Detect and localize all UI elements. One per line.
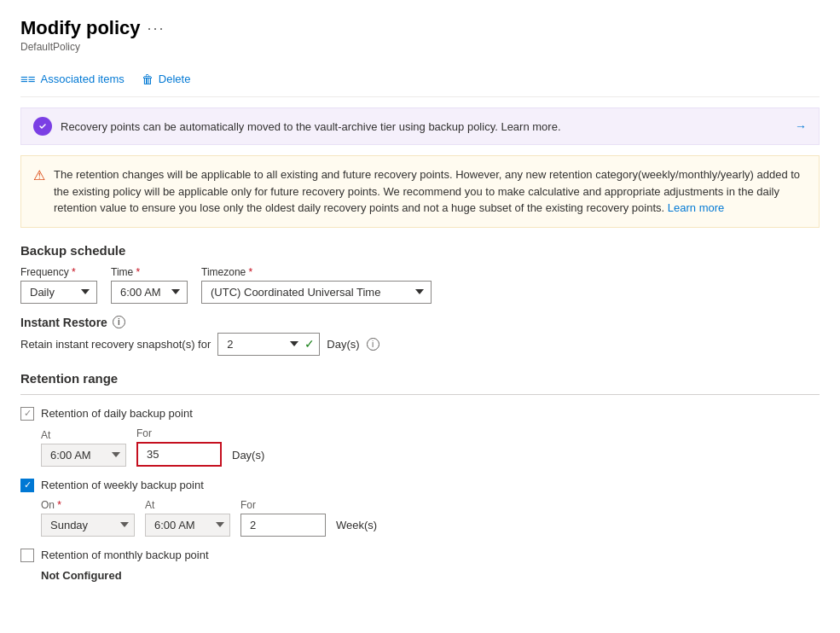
warning-icon: ⚠: [33, 167, 45, 217]
instant-restore-title: Instant Restore i: [20, 316, 820, 329]
snapshot-input-wrap: 2 1 3 4 5 ✓: [217, 333, 320, 356]
weekly-at-select[interactable]: 6:00 AM: [145, 514, 230, 537]
weekly-retention-item: Retention of weekly backup point On * Su…: [20, 479, 820, 537]
list-icon: ≡≡: [20, 72, 36, 86]
associated-items-label: Associated items: [41, 73, 125, 85]
weekly-for-input[interactable]: [240, 514, 326, 537]
retention-range-section: Retention range Retention of daily backu…: [20, 371, 820, 582]
snapshot-info-icon[interactable]: i: [367, 338, 379, 351]
time-label: Time *: [111, 266, 188, 278]
retention-divider: [20, 394, 820, 395]
weekly-checkbox[interactable]: [20, 479, 34, 492]
weekly-for-label: For: [240, 499, 326, 511]
daily-checkbox-label: Retention of daily backup point: [41, 407, 193, 420]
delete-button[interactable]: 🗑 Delete: [142, 69, 191, 90]
weekly-checkbox-row: Retention of weekly backup point: [20, 479, 820, 492]
weekly-on-group: On * Sunday Monday Tuesday Wednesday Thu…: [41, 499, 135, 537]
daily-at-select[interactable]: 6:00 AM: [41, 444, 126, 467]
timezone-label: Timezone *: [201, 266, 432, 278]
monthly-checkbox[interactable]: [20, 549, 34, 562]
snapshot-unit-label: Day(s): [327, 338, 359, 351]
timezone-group: Timezone * (UTC) Coordinated Universal T…: [201, 266, 432, 304]
monthly-retention-item: Retention of monthly backup point Not Co…: [20, 549, 820, 582]
warning-banner-text: The retention changes will be applicable…: [54, 166, 807, 217]
daily-sub-form: At 6:00 AM For Day(s): [41, 427, 820, 467]
frequency-select[interactable]: Daily Weekly: [20, 281, 97, 304]
delete-label: Delete: [159, 73, 191, 85]
daily-retention-item: Retention of daily backup point At 6:00 …: [20, 407, 820, 467]
warning-banner: ⚠ The retention changes will be applicab…: [20, 155, 820, 228]
retention-range-title: Retention range: [20, 371, 820, 386]
weekly-on-label: On *: [41, 499, 135, 511]
ellipsis-menu-button[interactable]: ···: [148, 20, 165, 38]
daily-for-input[interactable]: [136, 442, 222, 467]
associated-items-button[interactable]: ≡≡ Associated items: [20, 68, 125, 90]
policy-subtitle: DefaultPolicy: [20, 41, 820, 53]
archive-banner-icon: [33, 117, 52, 136]
daily-for-label: For: [136, 427, 222, 439]
archive-banner-text: Recovery points can be automatically mov…: [61, 120, 786, 133]
weekly-on-select[interactable]: Sunday Monday Tuesday Wednesday Thursday…: [41, 514, 135, 537]
toolbar: ≡≡ Associated items 🗑 Delete: [20, 61, 820, 97]
daily-checkbox[interactable]: [20, 407, 34, 421]
monthly-checkbox-label: Retention of monthly backup point: [41, 549, 209, 561]
snapshot-select[interactable]: 2 1 3 4 5: [217, 333, 320, 356]
weekly-at-group: At 6:00 AM: [145, 499, 230, 537]
daily-checkbox-row: Retention of daily backup point: [20, 407, 820, 421]
time-group: Time * 6:00 AM: [111, 266, 188, 304]
retain-snapshot-label: Retain instant recovery snapshot(s) for: [20, 338, 211, 351]
learn-more-link[interactable]: Learn more: [668, 201, 724, 214]
instant-restore-section: Instant Restore i Retain instant recover…: [20, 316, 820, 356]
time-select[interactable]: 6:00 AM: [111, 281, 188, 304]
instant-restore-row: Retain instant recovery snapshot(s) for …: [20, 333, 820, 356]
delete-icon: 🗑: [142, 73, 154, 86]
weekly-for-group: For: [240, 499, 326, 537]
daily-at-group: At 6:00 AM: [41, 429, 126, 467]
timezone-select[interactable]: (UTC) Coordinated Universal Time: [201, 281, 432, 304]
archive-banner-link[interactable]: →: [795, 119, 807, 133]
archive-banner: Recovery points can be automatically mov…: [20, 107, 820, 145]
instant-restore-info-icon[interactable]: i: [113, 316, 125, 328]
monthly-not-configured: Not Configured: [41, 569, 820, 582]
daily-at-label: At: [41, 429, 126, 441]
backup-schedule-title: Backup schedule: [20, 243, 820, 258]
weekly-checkbox-label: Retention of weekly backup point: [41, 479, 204, 491]
daily-for-group: For: [136, 427, 222, 467]
page-title: Modify policy: [20, 17, 141, 39]
weekly-at-label: At: [145, 499, 230, 511]
frequency-label: Frequency *: [20, 266, 97, 278]
weekly-unit-label: Week(s): [336, 519, 377, 537]
monthly-checkbox-row: Retention of monthly backup point: [20, 549, 820, 562]
daily-unit-label: Day(s): [232, 449, 264, 467]
page-title-row: Modify policy ···: [20, 17, 820, 39]
backup-schedule-form: Frequency * Daily Weekly Time * 6:00 AM …: [20, 266, 820, 304]
weekly-sub-form: On * Sunday Monday Tuesday Wednesday Thu…: [41, 499, 820, 537]
frequency-group: Frequency * Daily Weekly: [20, 266, 97, 304]
